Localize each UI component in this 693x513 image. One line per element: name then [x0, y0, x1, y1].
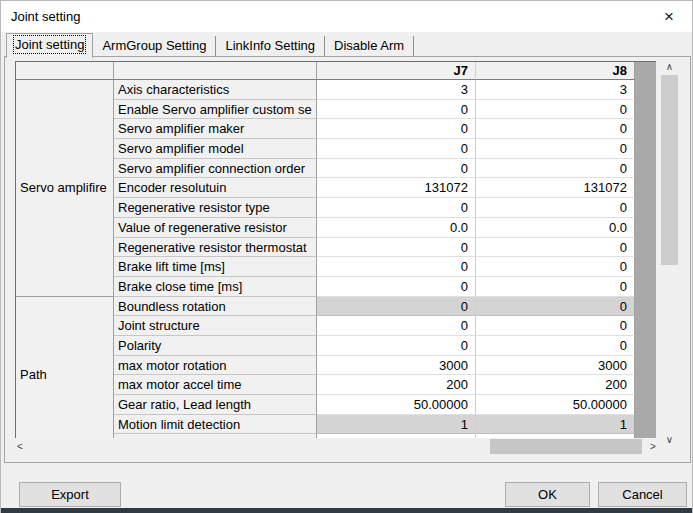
- j7-value-cell[interactable]: 0: [317, 100, 476, 120]
- param-cell: Servo amplifier connection order: [114, 159, 317, 179]
- table-row: Encoder resolutuin131072131072: [114, 178, 635, 198]
- j8-value-cell[interactable]: 3: [476, 80, 635, 100]
- j7-value-cell[interactable]: 0: [317, 139, 476, 159]
- param-cell: Motion limit detection: [114, 415, 317, 435]
- j7-value-cell[interactable]: 0: [317, 316, 476, 336]
- j7-value-cell[interactable]: 0: [317, 238, 476, 258]
- j8-value-cell[interactable]: 0.0: [476, 218, 635, 238]
- j7-value-cell[interactable]: 500.000: [317, 434, 476, 438]
- group-label: Path: [16, 297, 114, 438]
- group-header-cell: [16, 62, 114, 80]
- tab-label: ArmGroup Setting: [102, 38, 206, 53]
- param-cell: Regenerative resistor thermostat: [114, 238, 317, 258]
- j8-value-cell[interactable]: 0: [476, 119, 635, 139]
- table-row: Servo amplifier model00: [114, 139, 635, 159]
- param-cell: Value of regenerative resistor: [114, 218, 317, 238]
- table-row: Position software operation limit500.000…: [114, 434, 635, 438]
- table-row: Regenerative resistor type00: [114, 198, 635, 218]
- j7-value-cell[interactable]: 0: [317, 198, 476, 218]
- j8-value-cell[interactable]: 0: [476, 277, 635, 297]
- j8-value-cell[interactable]: 0: [476, 139, 635, 159]
- tab-disable-arm[interactable]: Disable Arm: [325, 36, 414, 57]
- tab-label: LinkInfo Setting: [225, 38, 315, 53]
- j7-value-cell[interactable]: 0.0: [317, 218, 476, 238]
- close-icon[interactable]: ×: [646, 1, 692, 32]
- header-row: J7 J8: [114, 62, 635, 80]
- scroll-down-icon[interactable]: ∨: [661, 431, 678, 448]
- j8-value-cell[interactable]: 0: [476, 257, 635, 277]
- param-cell: Enable Servo amplifier custom se: [114, 100, 317, 120]
- tab-label: Disable Arm: [334, 38, 404, 53]
- table-row: Gear ratio, Lead length50.0000050.00000: [114, 395, 635, 415]
- j7-value-cell[interactable]: 1: [317, 415, 476, 435]
- vertical-scrollbar[interactable]: ∧ ∨: [661, 58, 678, 448]
- window-title: Joint setting: [1, 9, 80, 24]
- title-bar: Joint setting ×: [1, 1, 692, 32]
- scroll-right-icon[interactable]: >: [645, 439, 661, 454]
- j8-value-cell[interactable]: 0: [476, 238, 635, 258]
- table-row: Servo amplifier maker00: [114, 119, 635, 139]
- j8-value-cell[interactable]: 0: [476, 198, 635, 218]
- param-header-cell: [114, 62, 317, 80]
- horizontal-scrollbar-thumb[interactable]: [490, 439, 642, 454]
- tab-armgroup-setting[interactable]: ArmGroup Setting: [93, 36, 216, 57]
- j8-value-cell[interactable]: 50.00000: [476, 395, 635, 415]
- j7-value-cell[interactable]: 3000: [317, 356, 476, 376]
- export-button[interactable]: Export: [19, 482, 121, 507]
- j8-value-cell[interactable]: 3000: [476, 356, 635, 376]
- ok-button[interactable]: OK: [505, 482, 590, 507]
- vertical-scrollbar-thumb[interactable]: [661, 75, 678, 265]
- param-cell: Position software operation limit: [114, 434, 317, 438]
- tab-joint-setting[interactable]: Joint setting: [6, 33, 93, 58]
- j7-value-cell[interactable]: 0: [317, 119, 476, 139]
- param-cell: Gear ratio, Lead length: [114, 395, 317, 415]
- j8-value-cell[interactable]: 0: [476, 336, 635, 356]
- j8-value-cell[interactable]: 0: [476, 297, 635, 317]
- horizontal-scrollbar[interactable]: < >: [12, 439, 661, 454]
- param-cell: Encoder resolutuin: [114, 178, 317, 198]
- rows-column: J7 J8 Axis characteristics33Enable Servo…: [114, 62, 635, 438]
- tab-linkinfo-setting[interactable]: LinkInfo Setting: [216, 36, 325, 57]
- j7-value-cell[interactable]: 0: [317, 336, 476, 356]
- table-row: max motor accel time200200: [114, 375, 635, 395]
- j7-value-cell[interactable]: 3: [317, 80, 476, 100]
- table-row: Enable Servo amplifier custom se00: [114, 100, 635, 120]
- table-row: Servo amplifier connection order00: [114, 159, 635, 179]
- tab-label: Joint setting: [15, 37, 84, 52]
- column-header-j7[interactable]: J7: [317, 62, 476, 80]
- param-cell: Servo amplifier maker: [114, 119, 317, 139]
- param-cell: max motor accel time: [114, 375, 317, 395]
- scroll-up-icon[interactable]: ∧: [661, 58, 678, 75]
- table-row: Value of regenerative resistor0.00.0: [114, 218, 635, 238]
- cancel-button[interactable]: Cancel: [598, 482, 687, 507]
- table-row: Axis characteristics33: [114, 80, 635, 100]
- table-row: Motion limit detection11: [114, 415, 635, 435]
- param-cell: Polarity: [114, 336, 317, 356]
- j7-value-cell[interactable]: 0: [317, 277, 476, 297]
- j7-value-cell[interactable]: 0: [317, 159, 476, 179]
- param-cell: Joint structure: [114, 316, 317, 336]
- tab-page: Servo amplifirePath J7 J8 Axis character…: [4, 56, 691, 463]
- table-row: Joint structure00: [114, 316, 635, 336]
- j8-value-cell[interactable]: 200: [476, 375, 635, 395]
- j7-value-cell[interactable]: 50.00000: [317, 395, 476, 415]
- j7-value-cell[interactable]: 0: [317, 257, 476, 277]
- j7-value-cell[interactable]: 131072: [317, 178, 476, 198]
- j8-value-cell[interactable]: 131072: [476, 178, 635, 198]
- j8-value-cell[interactable]: 0: [476, 100, 635, 120]
- grid-inner: Servo amplifirePath J7 J8 Axis character…: [16, 62, 635, 438]
- vertical-scrollbar-track[interactable]: [661, 265, 678, 431]
- j8-value-cell[interactable]: 0: [476, 159, 635, 179]
- j7-value-cell[interactable]: 0: [317, 297, 476, 317]
- j8-value-cell[interactable]: 1: [476, 415, 635, 435]
- param-cell: Brake lift time [ms]: [114, 257, 317, 277]
- j8-value-cell[interactable]: 500.000: [476, 434, 635, 438]
- scroll-left-icon[interactable]: <: [12, 439, 28, 454]
- settings-grid: Servo amplifirePath J7 J8 Axis character…: [15, 61, 656, 438]
- column-header-j8[interactable]: J8: [476, 62, 635, 80]
- tab-strip: Joint settingArmGroup SettingLinkInfo Se…: [6, 34, 414, 57]
- j7-value-cell[interactable]: 200: [317, 375, 476, 395]
- table-row: Brake close time [ms]00: [114, 277, 635, 297]
- param-cell: Regenerative resistor type: [114, 198, 317, 218]
- j8-value-cell[interactable]: 0: [476, 316, 635, 336]
